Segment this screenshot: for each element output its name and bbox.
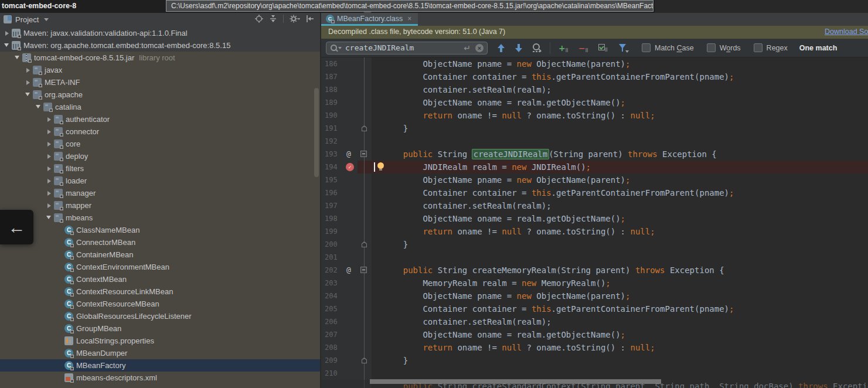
tree-expand-icon[interactable]	[25, 78, 33, 87]
clear-search-icon[interactable]: ×	[475, 44, 484, 52]
tree-item-containermbean[interactable]: ContainerMBean	[0, 249, 320, 261]
remove-occurrence-icon[interactable]: −II	[578, 43, 590, 53]
tree-item-groupmbean[interactable]: GroupMBean	[0, 322, 320, 335]
code-text[interactable]: Container container = this.getParentCont…	[372, 186, 868, 199]
line-number[interactable]: 186	[321, 57, 343, 70]
line-number[interactable]: 190	[321, 109, 343, 122]
gutter[interactable]	[343, 277, 358, 290]
fold-gutter[interactable]	[358, 212, 372, 225]
collapse-all-icon[interactable]	[269, 15, 277, 23]
tree-item-filters[interactable]: filters	[0, 162, 320, 175]
tree-item-classnamembean[interactable]: ClassNameMBean	[0, 224, 320, 236]
search-filter-icon[interactable]	[618, 43, 629, 53]
fold-end-icon[interactable]	[362, 241, 367, 247]
code-line-207[interactable]: 207 ObjectName oname = realm.getObjectNa…	[321, 328, 868, 341]
code-line-192[interactable]: 192	[321, 135, 868, 148]
code-line-195[interactable]: 195 ObjectName pname = new ObjectName(pa…	[321, 173, 868, 186]
project-tree-scrollbar[interactable]	[314, 88, 319, 177]
tree-item-mbeanfactory[interactable]: MBeanFactory	[0, 359, 320, 372]
code-editor[interactable]: 186 ObjectName pname = new ObjectName(pa…	[321, 57, 868, 388]
gutter[interactable]	[343, 315, 358, 328]
code-text[interactable]	[372, 135, 868, 148]
fold-gutter[interactable]	[358, 186, 372, 199]
code-line-188[interactable]: 188 container.setRealm(realm);	[321, 83, 868, 96]
code-text[interactable]: }	[372, 122, 868, 135]
tree-expand-icon[interactable]	[46, 189, 54, 198]
fold-gutter[interactable]	[358, 264, 372, 277]
fold-gutter[interactable]	[358, 161, 372, 173]
tree-item-connectormbean[interactable]: ConnectorMBean	[0, 236, 320, 249]
code-line-205[interactable]: 205 Container container = this.getParent…	[321, 302, 868, 315]
line-number[interactable]: 193	[321, 148, 343, 161]
fold-gutter[interactable]	[358, 225, 372, 238]
line-number[interactable]: 210	[321, 367, 343, 380]
line-number[interactable]: 191	[321, 122, 343, 135]
line-number[interactable]: 209	[321, 354, 343, 367]
line-number[interactable]: 200	[321, 238, 343, 251]
tree-expand-icon[interactable]	[46, 127, 54, 136]
tree-expand-icon[interactable]	[4, 29, 12, 38]
code-line-198[interactable]: 198 ObjectName oname = realm.getObjectNa…	[321, 212, 868, 225]
code-line-208[interactable]: 208 return oname != null ? oname.toStrin…	[321, 341, 868, 354]
line-number[interactable]	[321, 380, 343, 388]
tree-item-localstrings-properties[interactable]: LocalStrings.properties	[0, 335, 320, 347]
tree-item-mbeans-descriptors-xml[interactable]: mbeans-descriptors.xml	[0, 372, 320, 384]
code-text[interactable]: container.setRealm(realm);	[372, 199, 868, 212]
line-number[interactable]: 204	[321, 290, 343, 302]
gutter[interactable]	[343, 83, 358, 96]
gutter[interactable]	[343, 96, 358, 109]
fold-gutter[interactable]	[358, 135, 372, 148]
download-sources-link[interactable]: Download Sources	[825, 28, 868, 36]
gutter[interactable]	[343, 212, 358, 225]
code-line-191[interactable]: 191 }	[321, 122, 868, 135]
fold-gutter[interactable]	[358, 290, 372, 302]
search-input[interactable]: createJNDIRealm ↵ ×	[326, 42, 488, 55]
code-line-209[interactable]: 209 }	[321, 354, 868, 367]
line-number[interactable]: 196	[321, 186, 343, 199]
regex-option[interactable]: Regex	[754, 43, 788, 52]
tree-item-mbeans[interactable]: mbeans	[0, 212, 320, 224]
search-icon[interactable]	[330, 44, 338, 52]
line-number[interactable]: 207	[321, 328, 343, 341]
gutter[interactable]	[343, 70, 358, 83]
gutter[interactable]	[343, 290, 358, 302]
code-text[interactable]: container.setRealm(realm);	[372, 83, 868, 96]
gutter[interactable]	[343, 57, 358, 70]
search-query-text[interactable]: createJNDIRealm	[345, 43, 464, 52]
fold-gutter[interactable]	[358, 109, 372, 122]
fold-gutter[interactable]	[358, 354, 372, 367]
fold-gutter[interactable]	[358, 302, 372, 315]
code-line-197[interactable]: 197 container.setRealm(realm);	[321, 199, 868, 212]
gutter[interactable]	[343, 173, 358, 186]
gutter[interactable]	[343, 238, 358, 251]
tree-expand-icon[interactable]	[14, 53, 22, 62]
fold-gutter[interactable]	[358, 148, 372, 161]
tree-expand-icon[interactable]	[35, 103, 43, 111]
gutter[interactable]	[343, 367, 358, 380]
line-number[interactable]: 206	[321, 315, 343, 328]
tree-expand-icon[interactable]	[46, 201, 54, 210]
line-number[interactable]: 187	[321, 70, 343, 83]
tree-item-mapper[interactable]: mapper	[0, 199, 320, 212]
tree-item-maven-org-apache-tomcat-embed-tomcat-embed-core-8-5-15[interactable]: Maven: org.apache.tomcat.embed:tomcat-em…	[0, 39, 320, 52]
fold-collapse-icon[interactable]	[360, 151, 367, 157]
code-text[interactable]: ObjectName pname = new ObjectName(parent…	[372, 290, 868, 302]
fold-gutter[interactable]	[358, 251, 372, 264]
select-all-occurrences-icon[interactable]: II	[598, 43, 610, 53]
line-number[interactable]: 188	[321, 83, 343, 96]
breakpoint-icon[interactable]: ✓	[346, 163, 354, 171]
code-text[interactable]: ObjectName oname = realm.getObjectName()…	[372, 328, 868, 341]
tree-item-contextenvironmentmbean[interactable]: ContextEnvironmentMBean	[0, 261, 320, 273]
locate-file-icon[interactable]	[255, 15, 263, 23]
words-checkbox[interactable]	[707, 43, 716, 52]
fold-gutter[interactable]	[358, 173, 372, 186]
hide-panel-icon[interactable]	[306, 15, 314, 23]
code-text[interactable]: Container container = this.getParentCont…	[372, 70, 868, 83]
code-line-200[interactable]: 200 }	[321, 238, 868, 251]
line-number[interactable]: 195	[321, 173, 343, 186]
code-text[interactable]	[372, 367, 868, 380]
line-number[interactable]: 208	[321, 341, 343, 354]
code-line-204[interactable]: 204 ObjectName pname = new ObjectName(pa…	[321, 290, 868, 302]
line-number[interactable]: 203	[321, 277, 343, 290]
tree-item-authenticator[interactable]: authenticator	[0, 113, 320, 125]
